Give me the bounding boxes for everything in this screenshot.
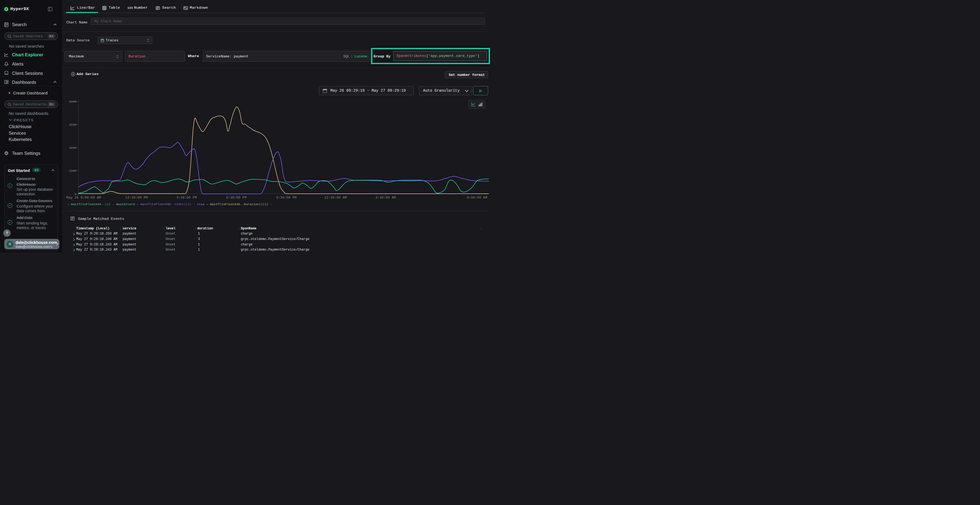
svg-text:9:00:00 AM: 9:00:00 AM [467,196,487,200]
svg-text:150M: 150M [69,169,76,173]
svg-text:300M: 300M [69,146,76,150]
svg-text:6:30:00 PM: 6:30:00 PM [226,196,247,200]
svg-text:3:30:00 AM: 3:30:00 AM [375,196,396,200]
svg-text:May 26 9:00:00 AM: May 26 9:00:00 AM [67,196,101,200]
svg-text:12:30:00 PM: 12:30:00 PM [125,196,148,200]
svg-text:600M: 600M [69,100,76,103]
svg-text:12:30:00 AM: 12:30:00 AM [324,196,347,200]
svg-text:450M: 450M [69,123,76,127]
svg-text:3:30:00 PM: 3:30:00 PM [177,196,197,200]
svg-text:9:30:00 PM: 9:30:00 PM [276,196,296,200]
svg-text:0: 0 [75,192,76,196]
